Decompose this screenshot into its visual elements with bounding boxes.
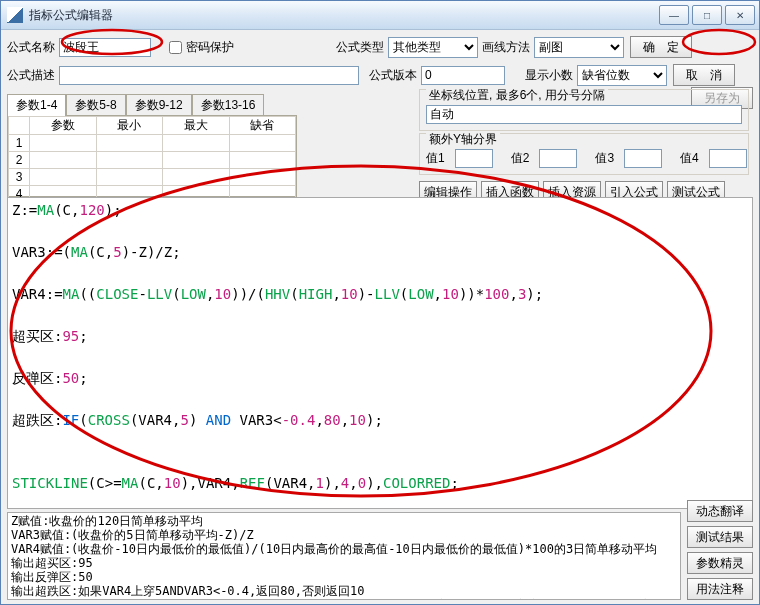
- coord-section: 坐标线位置, 最多6个, 用分号分隔 额外Y轴分界 值1 值2 值3 值4 编辑…: [419, 85, 749, 203]
- app-icon: [7, 7, 23, 23]
- cancel-button[interactable]: 取 消: [673, 64, 735, 86]
- desc-label: 公式描述: [7, 67, 55, 84]
- tab-params-9-12[interactable]: 参数9-12: [126, 94, 192, 116]
- table-row: 1: [9, 135, 296, 152]
- tab-params-13-16[interactable]: 参数13-16: [192, 94, 265, 116]
- maximize-button[interactable]: □: [692, 5, 722, 25]
- code-editor[interactable]: Z:=MA(C,120); VAR3:=(MA(C,5)-Z)/Z; VAR4:…: [7, 197, 753, 509]
- password-label: 密码保护: [186, 39, 234, 56]
- decimals-label: 显示小数: [525, 67, 573, 84]
- window-title: 指标公式编辑器: [29, 7, 113, 24]
- y2-input[interactable]: [539, 149, 577, 168]
- y3-input[interactable]: [624, 149, 662, 168]
- y4-input[interactable]: [709, 149, 747, 168]
- test-result-button[interactable]: 测试结果: [687, 526, 753, 548]
- decimals-select[interactable]: 缺省位数: [577, 65, 667, 86]
- name-label: 公式名称: [7, 39, 55, 56]
- param-wizard-button[interactable]: 参数精灵: [687, 552, 753, 574]
- editor-window: 指标公式编辑器 — □ ✕ 公式名称 密码保护 公式类型 其他类型 画线方法 副…: [0, 0, 760, 605]
- extra-y-legend: 额外Y轴分界: [426, 131, 500, 148]
- password-checkbox[interactable]: [169, 41, 182, 54]
- tab-params-5-8[interactable]: 参数5-8: [66, 94, 125, 116]
- coord-legend: 坐标线位置, 最多6个, 用分号分隔: [426, 87, 608, 104]
- tab-params-1-4[interactable]: 参数1-4: [7, 94, 66, 116]
- close-button[interactable]: ✕: [725, 5, 755, 25]
- coord-input[interactable]: [426, 105, 742, 124]
- param-table-box: 参数 最小 最大 缺省 1 2 3 4: [7, 115, 297, 197]
- dyn-translate-button[interactable]: 动态翻译: [687, 500, 753, 522]
- y1-input[interactable]: [455, 149, 493, 168]
- desc-input[interactable]: [59, 66, 359, 85]
- info-output[interactable]: Z赋值:收盘价的120日简单移动平均VAR3赋值:(收盘价的5日简单移动平均-Z…: [7, 512, 681, 600]
- usage-button[interactable]: 用法注释: [687, 578, 753, 600]
- version-label: 公式版本: [369, 67, 417, 84]
- draw-label: 画线方法: [482, 39, 530, 56]
- draw-select[interactable]: 副图: [534, 37, 624, 58]
- minimize-button[interactable]: —: [659, 5, 689, 25]
- name-input[interactable]: [59, 38, 151, 57]
- type-select[interactable]: 其他类型: [388, 37, 478, 58]
- version-input[interactable]: [421, 66, 505, 85]
- param-table[interactable]: 参数 最小 最大 缺省 1 2 3 4: [8, 116, 296, 203]
- ok-button[interactable]: 确 定: [630, 36, 692, 58]
- titlebar: 指标公式编辑器 — □ ✕: [1, 1, 759, 30]
- type-label: 公式类型: [336, 39, 384, 56]
- table-row: 2: [9, 152, 296, 169]
- table-row: 3: [9, 169, 296, 186]
